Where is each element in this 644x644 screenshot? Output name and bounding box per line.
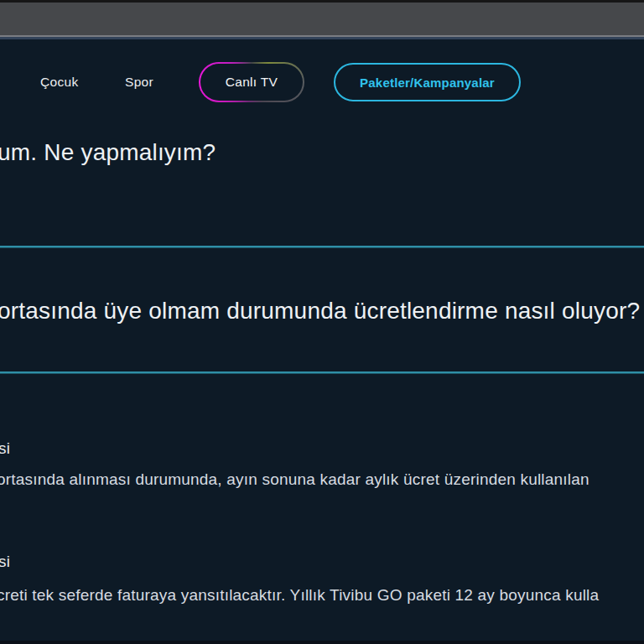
section-divider-2	[0, 371, 644, 373]
letterbox-bottom	[0, 641, 644, 644]
answer-subheading-2: si	[0, 553, 10, 571]
answer-subheading-1: si	[0, 439, 10, 458]
section-divider-1	[0, 246, 644, 247]
page: Çocuk Spor Canlı TV Paketler/Kampanyalar…	[0, 39, 644, 644]
faq-question-1: um. Ne yapmalıyım?	[0, 139, 216, 166]
browser-chrome-bar	[0, 3, 644, 37]
answer-paragraph-1: ortasında alınması durumunda, ayın sonun…	[0, 470, 589, 489]
faq-content: um. Ne yapmalıyım? ortasında üye olmam d…	[0, 39, 644, 644]
answer-paragraph-2: creti tek seferde faturaya yansıtılacakt…	[0, 586, 599, 605]
faq-question-2[interactable]: ortasında üye olmam durumunda ücretlendi…	[0, 298, 640, 325]
